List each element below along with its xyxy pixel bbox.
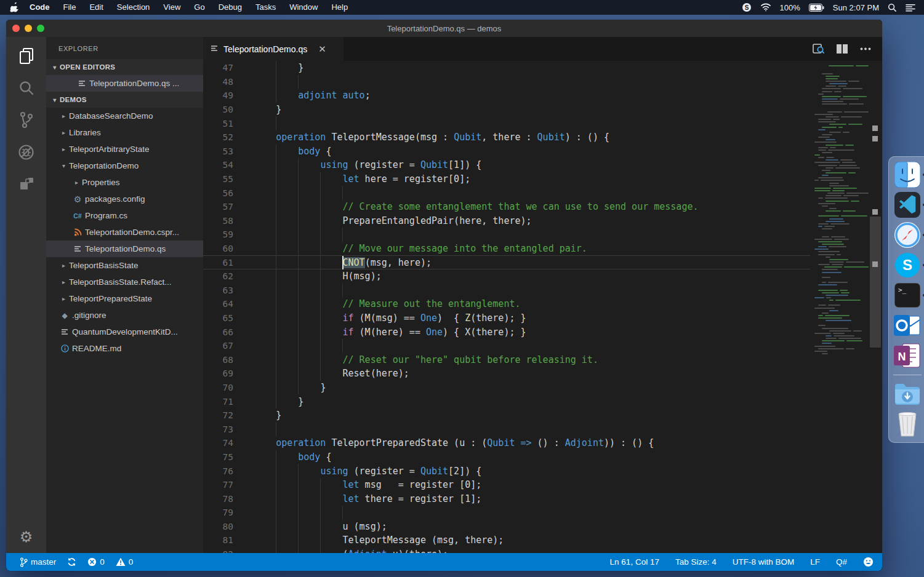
tab-close-icon[interactable]: ✕ bbox=[318, 44, 326, 55]
open-editor-item[interactable]: TeleportationDemo.qs ... bbox=[46, 75, 203, 92]
status-language-mode[interactable]: Q# bbox=[836, 557, 847, 567]
twistie-icon[interactable]: ▸ bbox=[58, 279, 69, 285]
code-line[interactable]: 75 body { bbox=[203, 450, 810, 464]
smiley-feedback-icon[interactable] bbox=[863, 557, 874, 567]
code-line[interactable]: 53 body { bbox=[203, 145, 810, 159]
dock-terminal-icon[interactable]: >_ bbox=[894, 282, 921, 309]
tree-item[interactable]: ▸TeleportBasisState.Refact... bbox=[46, 274, 203, 290]
open-editors-header[interactable]: ▾ OPEN EDITORS bbox=[46, 59, 203, 75]
code-line[interactable]: 81 TeleportMessage (msg, there); bbox=[203, 533, 810, 547]
code-line-current[interactable]: 61 CNOT(msg, here); bbox=[203, 255, 810, 269]
minimize-window-button[interactable] bbox=[25, 25, 32, 32]
tree-item[interactable]: ▸DatabaseSearchDemo bbox=[46, 108, 203, 124]
menu-item-go[interactable]: Go bbox=[187, 2, 211, 12]
more-actions-icon[interactable] bbox=[860, 47, 871, 50]
settings-gear-icon[interactable]: ⚙ bbox=[20, 530, 33, 544]
code-line[interactable]: 74 operation TeleportPreparedState (u : … bbox=[203, 436, 810, 450]
tree-item[interactable]: ▸Libraries bbox=[46, 124, 203, 141]
code-editor[interactable]: 47 }4849 adjoint auto;50 }5152 operation… bbox=[203, 61, 810, 553]
code-line[interactable]: 76 using (register = Qubit[2]) { bbox=[203, 464, 810, 478]
menu-item-debug[interactable]: Debug bbox=[212, 2, 249, 12]
twistie-icon[interactable]: ▸ bbox=[58, 113, 69, 119]
code-line[interactable]: 65 if (M(msg) == One) { Z(there); } bbox=[203, 311, 810, 325]
code-line[interactable]: 54 using (register = Qubit[1]) { bbox=[203, 158, 810, 172]
code-line[interactable]: 82 (Adjoint u)(there); bbox=[203, 547, 810, 553]
code-line[interactable]: 80 u (msg); bbox=[203, 520, 810, 534]
wifi-icon[interactable] bbox=[760, 3, 771, 12]
folder-header[interactable]: ▾ DEMOS bbox=[46, 92, 203, 108]
git-branch-indicator[interactable]: master bbox=[20, 557, 56, 567]
code-line[interactable]: 77 let msg = register [0]; bbox=[203, 478, 810, 492]
tree-item[interactable]: README.md bbox=[46, 340, 203, 357]
code-line[interactable]: 69 Reset(here); bbox=[203, 367, 810, 381]
code-line[interactable]: 70 } bbox=[203, 381, 810, 395]
dock-outlook-icon[interactable] bbox=[894, 312, 921, 339]
tree-item[interactable]: ⚙packages.config bbox=[46, 191, 203, 207]
code-line[interactable]: 55 let here = register[0]; bbox=[203, 172, 810, 186]
close-window-button[interactable] bbox=[12, 25, 20, 32]
code-line[interactable]: 62 H(msg); bbox=[203, 269, 810, 284]
menu-clock[interactable]: Sun 2:07 PM bbox=[833, 3, 879, 12]
dock-finder-icon[interactable] bbox=[894, 161, 921, 188]
twistie-icon[interactable]: ▸ bbox=[58, 129, 69, 136]
editor-scrollbar[interactable] bbox=[869, 61, 882, 553]
code-line[interactable]: 68 // Reset our "here" qubit before rele… bbox=[203, 352, 810, 367]
twistie-icon[interactable]: ▾ bbox=[58, 162, 69, 169]
code-line[interactable]: 71 } bbox=[203, 394, 810, 408]
code-line[interactable]: 48 bbox=[203, 75, 810, 89]
apple-logo-icon[interactable] bbox=[7, 2, 23, 13]
code-line[interactable]: 63 bbox=[203, 284, 810, 298]
dock-vscode-icon[interactable] bbox=[894, 191, 921, 218]
menu-item-help[interactable]: Help bbox=[324, 2, 355, 12]
twistie-icon[interactable]: ▸ bbox=[58, 295, 69, 302]
code-line[interactable]: 51 bbox=[203, 116, 810, 130]
dock-onenote-icon[interactable]: N bbox=[894, 342, 921, 369]
status-eol[interactable]: LF bbox=[810, 557, 820, 567]
status-tab-size[interactable]: Tab Size: 4 bbox=[675, 557, 717, 567]
tree-item[interactable]: TeleportationDemo.cspr... bbox=[46, 224, 203, 241]
find-references-icon[interactable] bbox=[813, 44, 824, 54]
zoom-window-button[interactable] bbox=[37, 25, 44, 32]
tree-item[interactable]: ▸Properties bbox=[46, 174, 203, 191]
source-control-icon[interactable] bbox=[17, 111, 36, 129]
code-line[interactable]: 49 adjoint auto; bbox=[203, 89, 810, 103]
tree-item[interactable]: ▾TeleportationDemo bbox=[46, 157, 203, 174]
warning-count[interactable]: 0 bbox=[116, 557, 134, 567]
twistie-icon[interactable]: ▸ bbox=[71, 179, 82, 186]
split-editor-icon[interactable] bbox=[837, 44, 848, 54]
menu-item-selection[interactable]: Selection bbox=[110, 2, 156, 12]
code-line[interactable]: 47 } bbox=[203, 61, 810, 75]
menu-app-name[interactable]: Code bbox=[23, 0, 57, 15]
code-line[interactable]: 64 // Measure out the entanglement. bbox=[203, 297, 810, 311]
tree-item[interactable]: C#Program.cs bbox=[46, 207, 203, 224]
skype-status-icon[interactable]: S bbox=[742, 2, 752, 12]
code-line[interactable]: 73 bbox=[203, 422, 810, 436]
code-line[interactable]: 56 bbox=[203, 186, 810, 200]
code-line[interactable]: 66 if (M(here) == One) { X(there); } bbox=[203, 325, 810, 339]
explorer-icon[interactable] bbox=[17, 47, 36, 65]
extensions-icon[interactable] bbox=[17, 175, 36, 193]
scrollbar-thumb[interactable] bbox=[870, 217, 881, 348]
code-line[interactable]: 60 // Move our message into the entangle… bbox=[203, 242, 810, 256]
menu-item-edit[interactable]: Edit bbox=[82, 2, 110, 12]
code-line[interactable]: 59 bbox=[203, 228, 810, 242]
tree-item[interactable]: ▸TeleportArbitraryState bbox=[46, 141, 203, 157]
menu-item-file[interactable]: File bbox=[57, 2, 83, 12]
status-encoding[interactable]: UTF-8 with BOM bbox=[733, 557, 795, 567]
code-line[interactable]: 79 bbox=[203, 506, 810, 520]
dock-trash-icon[interactable] bbox=[894, 411, 921, 438]
code-line[interactable]: 52 operation TeleportMessage(msg : Qubit… bbox=[203, 130, 810, 145]
title-bar[interactable]: TeleportationDemo.qs — demos bbox=[6, 20, 882, 37]
dock-downloads-icon[interactable] bbox=[894, 381, 921, 408]
code-line[interactable]: 67 bbox=[203, 339, 810, 353]
menu-item-tasks[interactable]: Tasks bbox=[249, 2, 283, 12]
tree-item[interactable]: QuantumDevelopmentKitD... bbox=[46, 324, 203, 340]
spotlight-search-icon[interactable] bbox=[888, 3, 897, 12]
code-line[interactable]: 78 let there = register [1]; bbox=[203, 491, 810, 506]
code-line[interactable]: 57 // Create some entanglement that we c… bbox=[203, 200, 810, 214]
tree-item[interactable]: TeleportationDemo.qs bbox=[46, 241, 203, 257]
menu-item-view[interactable]: View bbox=[156, 2, 187, 12]
tree-item[interactable]: ▸TeleportPreparedState bbox=[46, 290, 203, 307]
code-line[interactable]: 72 } bbox=[203, 408, 810, 423]
code-line[interactable]: 50 } bbox=[203, 103, 810, 117]
